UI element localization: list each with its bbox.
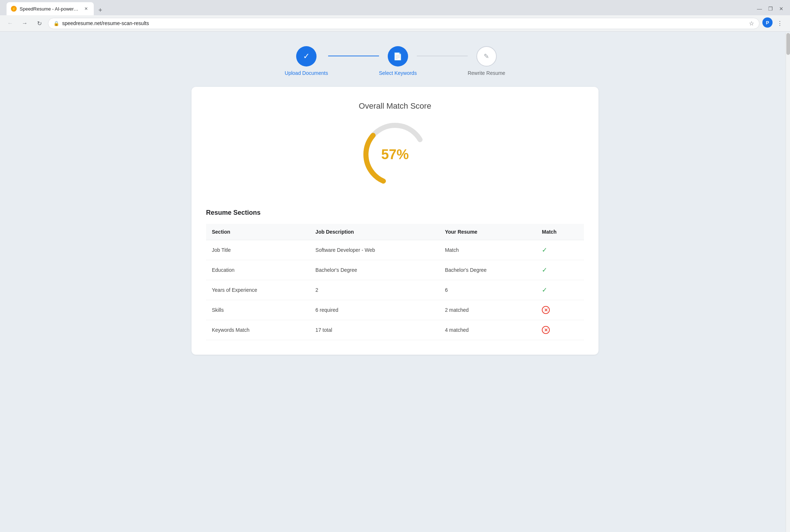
cell-match: ✕: [536, 300, 584, 320]
cell-your-resume: Match: [439, 240, 536, 260]
score-section: Overall Match Score 57%: [206, 101, 584, 191]
cell-job-desc: 6 required: [310, 300, 439, 320]
cell-match: ✓: [536, 280, 584, 300]
match-check-icon: ✓: [542, 266, 547, 274]
back-button[interactable]: ←: [4, 17, 16, 29]
page-content: ✓ Upload Documents 📄 Select Keywords ✎ R…: [0, 32, 790, 531]
address-text: speedresume.net/resume-scan-results: [62, 20, 746, 26]
cell-job-desc: Bachelor's Degree: [310, 260, 439, 280]
cell-section: Job Title: [206, 240, 310, 260]
active-tab[interactable]: ⚡ SpeedResume - AI-powered re... ✕: [7, 2, 94, 15]
address-bar[interactable]: 🔒 speedresume.net/resume-scan-results ☆: [48, 18, 759, 29]
tab-favicon: ⚡: [11, 6, 17, 12]
col-section: Section: [206, 224, 310, 240]
match-x-icon: ✕: [542, 306, 550, 314]
maximize-button[interactable]: ❐: [765, 4, 775, 14]
table-row: Job TitleSoftware Developer - WebMatch✓: [206, 240, 584, 260]
browser-titlebar: ⚡ SpeedResume - AI-powered re... ✕ + — ❐…: [0, 0, 790, 15]
step-upload-label: Upload Documents: [285, 70, 328, 76]
score-value: 57%: [381, 147, 409, 162]
col-job-desc: Job Description: [310, 224, 439, 240]
cell-section: Years of Experience: [206, 280, 310, 300]
cell-your-resume: 2 matched: [439, 300, 536, 320]
cell-match: ✕: [536, 320, 584, 340]
cell-your-resume: 4 matched: [439, 320, 536, 340]
window-controls: — ❐ ✕: [754, 4, 786, 14]
tab-bar: ⚡ SpeedResume - AI-powered re... ✕ +: [4, 2, 108, 15]
reload-button[interactable]: ↻: [33, 17, 45, 29]
cell-section: Keywords Match: [206, 320, 310, 340]
forward-button[interactable]: →: [19, 17, 31, 29]
cell-job-desc: 17 total: [310, 320, 439, 340]
table-row: Keywords Match17 total4 matched✕: [206, 320, 584, 340]
scrollbar-track[interactable]: [786, 33, 790, 531]
cell-section: Skills: [206, 300, 310, 320]
table-row: EducationBachelor's DegreeBachelor's Deg…: [206, 260, 584, 280]
close-button[interactable]: ✕: [776, 4, 786, 14]
main-card: Overall Match Score 57% Resume Sections …: [192, 87, 598, 355]
cell-match: ✓: [536, 240, 584, 260]
table-header-row: Section Job Description Your Resume Matc…: [206, 224, 584, 240]
table-body: Job TitleSoftware Developer - WebMatch✓E…: [206, 240, 584, 340]
minimize-button[interactable]: —: [754, 4, 765, 14]
step-keywords: 📄 Select Keywords: [379, 46, 417, 76]
match-x-icon: ✕: [542, 326, 550, 334]
col-your-resume: Your Resume: [439, 224, 536, 240]
cell-match: ✓: [536, 260, 584, 280]
step-line-1: [328, 56, 379, 56]
browser-toolbar: ← → ↻ 🔒 speedresume.net/resume-scan-resu…: [0, 15, 790, 31]
profile-button[interactable]: P: [762, 17, 773, 28]
col-match: Match: [536, 224, 584, 240]
browser-chrome: ⚡ SpeedResume - AI-powered re... ✕ + — ❐…: [0, 0, 790, 32]
table-row: Years of Experience26✓: [206, 280, 584, 300]
sections-title: Resume Sections: [206, 209, 584, 217]
step-upload-icon: ✓: [303, 52, 310, 61]
step-upload: ✓ Upload Documents: [285, 46, 328, 76]
table-row: Skills6 required2 matched✕: [206, 300, 584, 320]
step-upload-circle: ✓: [296, 46, 317, 66]
step-rewrite-label: Rewrite Resume: [468, 70, 505, 76]
cell-section: Education: [206, 260, 310, 280]
table-header: Section Job Description Your Resume Matc…: [206, 224, 584, 240]
bookmark-icon[interactable]: ☆: [749, 20, 754, 27]
sections-table: Section Job Description Your Resume Matc…: [206, 224, 584, 340]
match-check-icon: ✓: [542, 246, 547, 254]
steps-container: ✓ Upload Documents 📄 Select Keywords ✎ R…: [7, 46, 783, 76]
gauge-chart: 57%: [359, 118, 431, 191]
match-check-icon: ✓: [542, 286, 547, 294]
cell-your-resume: Bachelor's Degree: [439, 260, 536, 280]
new-tab-button[interactable]: +: [95, 5, 105, 15]
tab-title: SpeedResume - AI-powered re...: [20, 6, 80, 12]
cell-job-desc: 2: [310, 280, 439, 300]
step-keywords-circle: 📄: [388, 46, 408, 66]
tab-close-button[interactable]: ✕: [83, 5, 89, 12]
step-rewrite-circle: ✎: [476, 46, 497, 66]
step-line-2: [417, 56, 468, 56]
step-rewrite-icon: ✎: [484, 52, 489, 60]
menu-button[interactable]: ⋮: [774, 17, 786, 29]
step-keywords-label: Select Keywords: [379, 70, 417, 76]
secure-icon: 🔒: [53, 21, 59, 26]
scrollbar-thumb[interactable]: [786, 33, 790, 55]
step-keywords-icon: 📄: [393, 52, 402, 61]
resume-sections: Resume Sections Section Job Description …: [206, 209, 584, 340]
toolbar-right: P ⋮: [762, 17, 786, 29]
step-rewrite: ✎ Rewrite Resume: [468, 46, 505, 76]
cell-job-desc: Software Developer - Web: [310, 240, 439, 260]
cell-your-resume: 6: [439, 280, 536, 300]
